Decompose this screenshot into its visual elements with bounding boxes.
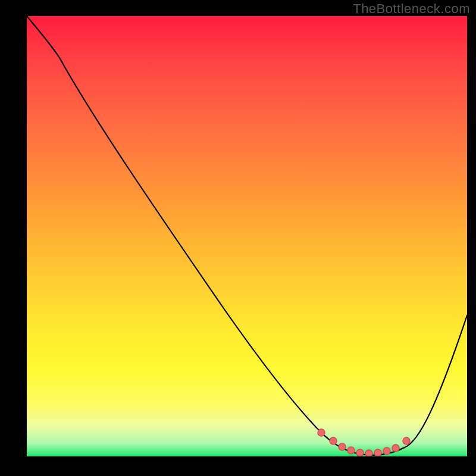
curve-dot (330, 437, 337, 444)
curve-dot (403, 437, 410, 444)
curve-dot (365, 450, 372, 456)
plot-area (27, 16, 467, 456)
curve-layer (27, 16, 467, 456)
curve-dot (339, 443, 346, 450)
curve-dot (392, 444, 399, 452)
curve-dot (374, 449, 381, 456)
highlight-dots (318, 429, 410, 456)
chart-frame: TheBottleneck.com (0, 0, 476, 476)
bottleneck-curve (27, 16, 467, 455)
curve-dot (356, 449, 364, 456)
curve-dot (347, 447, 355, 454)
curve-dot (318, 429, 325, 436)
curve-dot (383, 447, 390, 455)
watermark-text: TheBottleneck.com (353, 1, 470, 17)
